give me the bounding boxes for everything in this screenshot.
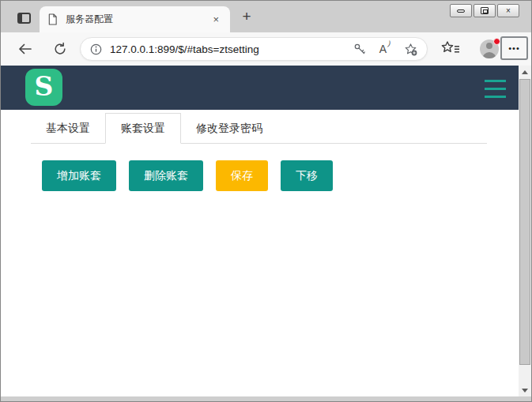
site-logo: S [25, 69, 62, 106]
page-content: S 基本设置 账套设置 修改登录密码 增加账套 删除账套 保存 下移 [1, 66, 519, 396]
triangle-up [522, 70, 528, 74]
scrollbar-thumb[interactable] [519, 79, 530, 365]
page-document-icon [47, 13, 58, 25]
profile-button[interactable] [479, 39, 500, 59]
url-text: 127.0.0.1:899/$/#tabs=ztsetting [110, 43, 347, 55]
read-aloud-icon[interactable]: A) [379, 43, 391, 55]
add-favorite-star-icon[interactable] [404, 43, 417, 56]
avatar-body [482, 52, 496, 58]
site-header: S [1, 66, 519, 110]
tab-change-login-password[interactable]: 修改登录密码 [181, 113, 277, 143]
hamburger-line [485, 96, 506, 98]
browser-tab[interactable]: 服务器配置 × [40, 6, 230, 32]
minimize-button[interactable] [450, 4, 472, 17]
settings-more-icon[interactable]: ••• [500, 36, 528, 60]
restore-icon [481, 7, 489, 14]
delete-account-set-button[interactable]: 删除账套 [129, 160, 203, 191]
tab-actions-menu-icon[interactable] [17, 13, 31, 24]
save-button[interactable]: 保存 [216, 160, 268, 191]
close-button[interactable]: × [497, 4, 519, 17]
restore-button[interactable] [474, 4, 496, 17]
triangle-down [522, 389, 528, 393]
new-tab-icon[interactable]: + [238, 8, 255, 25]
window-bottom-frame [1, 396, 531, 401]
scroll-down-icon[interactable] [519, 384, 531, 396]
read-aloud-mark: ) [387, 39, 392, 47]
browser-tab-title: 服务器配置 [66, 13, 209, 26]
hamburger-line [485, 80, 506, 82]
back-icon[interactable] [17, 42, 32, 56]
site-info-icon[interactable] [90, 43, 102, 55]
tab-basic-settings[interactable]: 基本设置 [31, 113, 105, 143]
hamburger-line [485, 88, 506, 90]
hamburger-menu-icon[interactable] [485, 80, 506, 103]
notification-dot [493, 38, 500, 45]
tab-close-icon[interactable]: × [209, 14, 222, 24]
vertical-scrollbar[interactable] [519, 66, 531, 396]
password-key-icon[interactable] [353, 43, 366, 55]
avatar-head [486, 43, 492, 49]
tab-account-set-settings[interactable]: 账套设置 [105, 113, 181, 144]
add-account-set-button[interactable]: 增加账套 [42, 160, 116, 191]
browser-toolbar: 127.0.0.1:899/$/#tabs=ztsetting A) [1, 32, 531, 66]
refresh-icon[interactable] [53, 42, 67, 56]
settings-tabs: 基本设置 账套设置 修改登录密码 [31, 113, 487, 144]
browser-tabstrip: 服务器配置 × + × [1, 1, 531, 32]
address-bar[interactable]: 127.0.0.1:899/$/#tabs=ztsetting A) [80, 37, 428, 61]
address-bar-actions: A) [353, 43, 417, 56]
scroll-up-icon[interactable] [519, 66, 531, 78]
minimize-icon [457, 9, 465, 13]
window-controls: × [450, 4, 519, 17]
account-set-actions: 增加账套 删除账套 保存 下移 [42, 160, 519, 191]
move-down-button[interactable]: 下移 [281, 160, 333, 191]
browser-window: 服务器配置 × + × 127.0.0.1:899/$/#tabs=ztsett… [0, 0, 532, 402]
page-viewport: S 基本设置 账套设置 修改登录密码 增加账套 删除账套 保存 下移 [1, 66, 531, 396]
close-icon: × [506, 7, 511, 15]
favorites-list-icon[interactable] [441, 40, 461, 57]
